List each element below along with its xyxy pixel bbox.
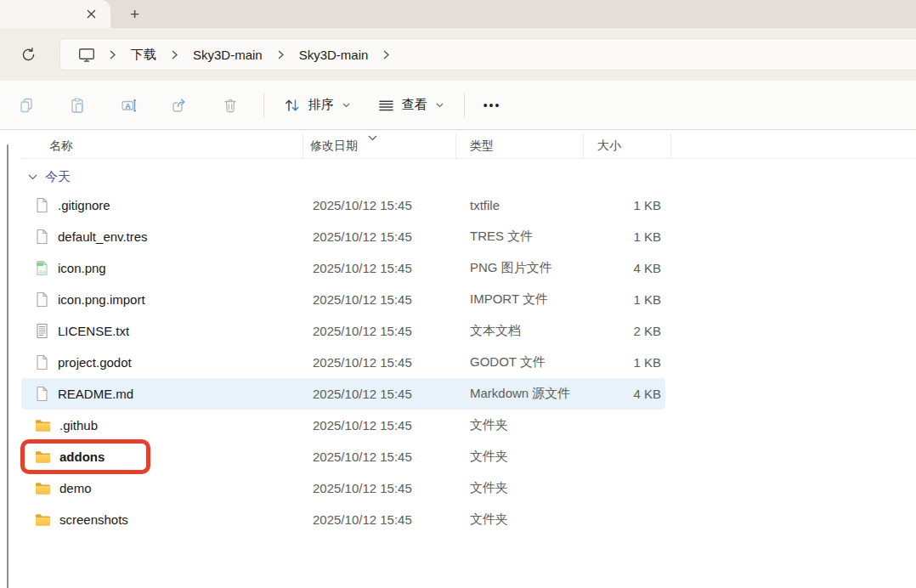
toolbar-divider bbox=[263, 93, 264, 117]
file-size: 4 KB bbox=[597, 387, 661, 401]
delete-button[interactable] bbox=[212, 88, 249, 122]
breadcrumb-chevron[interactable] bbox=[268, 50, 294, 59]
paste-button[interactable] bbox=[59, 88, 96, 122]
breadcrumb-item-sky3d-main[interactable]: Sky3D-main bbox=[188, 44, 268, 65]
more-options-button[interactable]: ••• bbox=[473, 88, 511, 122]
view-lines-icon bbox=[377, 97, 395, 114]
file-date-modified: 2025/10/12 15:45 bbox=[313, 198, 470, 212]
file-row[interactable]: LICENSE.txt2025/10/12 15:45文本文档2 KB bbox=[21, 315, 665, 347]
group-collapse-chevron-icon[interactable] bbox=[28, 174, 37, 180]
file-type: IMPORT 文件 bbox=[470, 291, 597, 308]
file-name-label: addons bbox=[59, 449, 105, 464]
file-date-modified: 2025/10/12 15:45 bbox=[313, 292, 470, 307]
file-name-cell[interactable]: demo bbox=[21, 481, 313, 495]
new-tab-button[interactable]: + bbox=[124, 3, 145, 25]
column-header-name[interactable]: 名称 bbox=[21, 133, 303, 158]
file-name-cell[interactable]: LICENSE.txt bbox=[21, 323, 313, 339]
group-label: 今天 bbox=[45, 169, 71, 185]
file-name-cell[interactable]: addons bbox=[21, 449, 313, 464]
file-icon bbox=[35, 291, 49, 308]
left-pane-scrollbar[interactable] bbox=[7, 144, 8, 588]
file-row[interactable]: default_env.tres2025/10/12 15:45TRES 文件1… bbox=[21, 221, 665, 252]
file-name-cell[interactable]: icon.png.import bbox=[21, 291, 313, 308]
file-name-label: LICENSE.txt bbox=[58, 324, 129, 338]
file-row[interactable]: README.md2025/10/12 15:45Markdown 源文件4 K… bbox=[21, 378, 665, 410]
address-bar[interactable]: 下载 Sky3D-main Sky3D-main bbox=[59, 38, 916, 71]
file-type: TRES 文件 bbox=[470, 229, 597, 245]
text-file-icon bbox=[35, 323, 49, 339]
file-row[interactable]: demo2025/10/12 15:45文件夹 bbox=[21, 472, 665, 504]
sort-label: 排序 bbox=[308, 97, 334, 113]
breadcrumb-chevron[interactable] bbox=[373, 50, 399, 59]
copy-icon bbox=[18, 97, 35, 114]
copy-button[interactable] bbox=[8, 88, 45, 122]
chevron-down-icon bbox=[436, 103, 444, 108]
ellipsis-icon: ••• bbox=[483, 99, 501, 112]
file-type: GODOT 文件 bbox=[470, 354, 597, 370]
file-name-cell[interactable]: default_env.tres bbox=[21, 229, 313, 245]
file-row[interactable]: .gitignore2025/10/12 15:45txtfile1 KB bbox=[21, 189, 665, 221]
trash-icon bbox=[222, 97, 239, 114]
file-name-cell[interactable]: screenshots bbox=[21, 512, 313, 527]
share-icon bbox=[171, 97, 188, 114]
breadcrumb-chevron[interactable] bbox=[99, 50, 126, 59]
file-name-label: demo bbox=[59, 481, 92, 495]
file-date-modified: 2025/10/12 15:45 bbox=[313, 512, 470, 527]
file-date-modified: 2025/10/12 15:45 bbox=[313, 481, 470, 495]
file-size: 1 KB bbox=[597, 355, 661, 370]
file-name-label: project.godot bbox=[58, 355, 132, 370]
address-row: 下载 Sky3D-main Sky3D-main bbox=[0, 28, 916, 81]
sort-arrows-icon bbox=[283, 97, 302, 114]
file-type: 文件夹 bbox=[470, 512, 597, 528]
list-header: 名称 修改日期 类型 大小 bbox=[21, 133, 916, 159]
file-name-cell[interactable]: .github bbox=[21, 418, 313, 433]
file-row[interactable]: project.godot2025/10/12 15:45GODOT 文件1 K… bbox=[21, 347, 665, 378]
chevron-down-icon bbox=[342, 103, 350, 108]
breadcrumb-item-downloads[interactable]: 下载 bbox=[126, 43, 161, 66]
file-name-label: .gitignore bbox=[58, 198, 110, 212]
explorer-tab[interactable] bbox=[0, 0, 110, 28]
file-icon bbox=[35, 197, 49, 213]
sort-button[interactable]: 排序 bbox=[274, 88, 359, 122]
file-name-label: screenshots bbox=[59, 512, 128, 527]
file-name-cell[interactable]: README.md bbox=[21, 386, 313, 402]
column-header-date-modified[interactable]: 修改日期 bbox=[303, 133, 456, 158]
refresh-button[interactable] bbox=[14, 40, 42, 69]
file-name-cell[interactable]: icon.png bbox=[21, 260, 313, 276]
tab-close-button[interactable] bbox=[82, 5, 100, 23]
breadcrumb-item-sky3d-main-inner[interactable]: Sky3D-main bbox=[294, 44, 374, 65]
group-header-today[interactable]: 今天 bbox=[21, 166, 916, 188]
breadcrumb-chevron[interactable] bbox=[161, 50, 188, 59]
file-name-label: .github bbox=[59, 418, 98, 433]
file-icon bbox=[35, 386, 49, 402]
file-type: 文件夹 bbox=[470, 449, 597, 465]
file-row[interactable]: screenshots2025/10/12 15:45文件夹 bbox=[21, 504, 665, 535]
file-type: txtfile bbox=[470, 198, 597, 212]
file-size: 1 KB bbox=[597, 292, 661, 307]
command-bar: A 排序 查看 bbox=[0, 81, 916, 130]
folder-icon bbox=[35, 450, 51, 464]
view-button[interactable]: 查看 bbox=[369, 88, 452, 122]
file-row[interactable]: icon.png.import2025/10/12 15:45IMPORT 文件… bbox=[21, 284, 665, 315]
folder-icon bbox=[35, 513, 51, 527]
file-icon bbox=[35, 354, 49, 370]
file-date-modified: 2025/10/12 15:45 bbox=[313, 418, 470, 433]
file-type: PNG 图片文件 bbox=[470, 260, 597, 276]
file-row[interactable]: icon.png2025/10/12 15:45PNG 图片文件4 KB bbox=[21, 252, 665, 284]
computer-icon bbox=[77, 47, 96, 63]
file-name-cell[interactable]: project.godot bbox=[21, 354, 313, 370]
file-date-modified: 2025/10/12 15:45 bbox=[313, 324, 470, 338]
rename-icon: A bbox=[120, 97, 138, 114]
column-header-size[interactable]: 大小 bbox=[584, 133, 671, 158]
file-name-cell[interactable]: .gitignore bbox=[21, 197, 313, 213]
file-date-modified: 2025/10/12 15:45 bbox=[313, 449, 470, 464]
file-row[interactable]: .github2025/10/12 15:45文件夹 bbox=[21, 410, 665, 441]
close-icon bbox=[87, 9, 96, 19]
column-header-type[interactable]: 类型 bbox=[456, 133, 584, 158]
rename-button[interactable]: A bbox=[110, 88, 147, 122]
file-size: 1 KB bbox=[597, 198, 661, 212]
plus-icon: + bbox=[130, 5, 139, 24]
file-row[interactable]: addons2025/10/12 15:45文件夹 bbox=[21, 441, 665, 472]
share-button[interactable] bbox=[161, 88, 198, 122]
file-icon bbox=[35, 229, 49, 245]
